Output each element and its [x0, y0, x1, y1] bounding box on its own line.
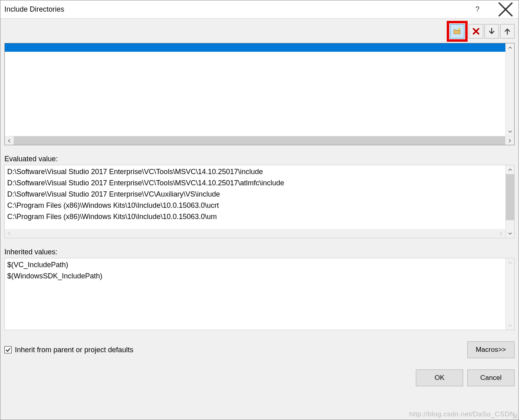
scroll-up-icon[interactable]: [506, 43, 514, 52]
titlebar: Include Directories ?: [0, 0, 519, 18]
scroll-down-icon: [506, 321, 514, 330]
directories-edit-list[interactable]: [4, 43, 515, 145]
evaluated-value-content: D:\Software\Visual Studio 2017 Enterpris…: [5, 165, 505, 229]
arrow-up-icon: [503, 27, 512, 36]
dialog-body: Evaluated value: D:\Software\Visual Stud…: [0, 18, 519, 420]
scroll-thumb[interactable]: [506, 174, 514, 220]
dialog-buttons: OK Cancel: [4, 369, 515, 386]
scroll-right-icon: [497, 229, 505, 238]
list-toolbar: [4, 22, 515, 41]
scroll-up-icon[interactable]: [506, 165, 514, 174]
new-folder-icon: [453, 27, 462, 36]
help-button[interactable]: ?: [468, 1, 486, 17]
inherited-values-label: Inherited values:: [4, 248, 515, 256]
scroll-down-icon[interactable]: [506, 127, 514, 136]
inherited-values-content: $(VC_IncludePath) $(WindowsSDK_IncludePa…: [5, 258, 505, 330]
evaluated-vscrollbar[interactable]: [505, 165, 514, 238]
cancel-button[interactable]: Cancel: [467, 369, 515, 386]
scroll-right-icon[interactable]: [505, 136, 514, 145]
delete-x-icon: [472, 27, 480, 36]
evaluated-hscrollbar: [5, 229, 505, 238]
scroll-track[interactable]: [14, 136, 505, 145]
resize-grip-icon: [512, 413, 518, 419]
scroll-down-icon[interactable]: [506, 229, 514, 238]
inherited-values-panel: $(VC_IncludePath) $(WindowsSDK_IncludePa…: [4, 258, 515, 330]
inherit-checkbox[interactable]: [4, 346, 12, 353]
edit-vscrollbar[interactable]: [505, 43, 514, 136]
close-button[interactable]: [497, 1, 515, 17]
evaluated-value-label: Evaluated value:: [4, 155, 515, 163]
delete-button[interactable]: [469, 24, 483, 39]
ok-button[interactable]: OK: [416, 369, 463, 386]
scroll-left-icon[interactable]: [5, 136, 14, 145]
edit-list-content[interactable]: [5, 43, 505, 136]
scroll-left-icon: [5, 229, 14, 238]
close-icon: [497, 0, 515, 18]
scroll-up-icon: [506, 258, 514, 267]
resize-grip[interactable]: [512, 413, 518, 419]
evaluated-value-panel: D:\Software\Visual Studio 2017 Enterpris…: [4, 165, 515, 238]
bottom-row-1: Inherit from parent or project defaults …: [4, 341, 515, 358]
inherited-vscrollbar: [505, 258, 514, 330]
inherit-checkbox-wrap[interactable]: Inherit from parent or project defaults: [4, 346, 133, 354]
macros-button[interactable]: Macros>>: [467, 341, 515, 358]
check-icon: [5, 347, 11, 353]
scroll-thumb[interactable]: [506, 52, 514, 127]
selected-row[interactable]: [5, 43, 505, 52]
move-up-button[interactable]: [500, 24, 515, 39]
include-directories-dialog: Include Directories ?: [0, 0, 519, 420]
highlight-annotation: [447, 21, 468, 42]
move-down-button[interactable]: [484, 24, 499, 39]
arrow-down-icon: [487, 27, 496, 36]
inherit-checkbox-label: Inherit from parent or project defaults: [15, 346, 133, 354]
edit-hscrollbar[interactable]: [5, 136, 514, 145]
window-title: Include Directories: [4, 5, 468, 14]
new-line-button[interactable]: [450, 24, 464, 39]
